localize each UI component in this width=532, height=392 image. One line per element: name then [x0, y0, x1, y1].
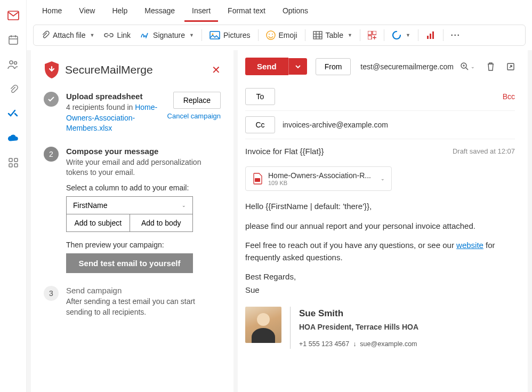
attachment-name: Home-Owners-Association-R... [268, 171, 371, 180]
subject-field[interactable]: Invoice for Flat {{Flat}} [245, 147, 324, 156]
tab-home[interactable]: Home [35, 1, 69, 21]
tab-view[interactable]: View [71, 1, 102, 21]
step-3-title: Send campaign [66, 286, 221, 295]
svg-rect-24 [427, 36, 429, 39]
svg-rect-23 [368, 36, 372, 39]
content-row: SecureMailMerge ✕ Upload spreadsheet 4 r… [27, 50, 532, 392]
column-select[interactable]: FirstName ⌄ [66, 196, 193, 214]
table-icon [313, 31, 323, 39]
svg-rect-8 [14, 158, 18, 162]
tab-message[interactable]: Message [137, 1, 182, 21]
emoji-button[interactable]: Emoji [262, 28, 302, 42]
loop-button[interactable]: ▼ [388, 28, 415, 42]
apps-button[interactable] [364, 29, 381, 42]
tab-insert[interactable]: Insert [184, 1, 218, 22]
cc-field[interactable]: invoices-archive@example.com [283, 121, 515, 129]
popout-icon[interactable] [506, 62, 515, 71]
ellipsis-icon: ··· [451, 31, 461, 39]
step-2-badge: 2 [44, 147, 59, 162]
link-button[interactable]: Link [100, 29, 135, 42]
body-regards: Best Regards, [245, 271, 515, 283]
add-to-subject-button[interactable]: Add to subject [66, 214, 130, 232]
left-navigation-rail [0, 0, 27, 392]
email-body[interactable]: Hello {{FirstName | default: 'there'}}, … [245, 201, 515, 349]
svg-point-5 [10, 61, 13, 64]
emoji-label: Emoji [279, 31, 297, 39]
signature-name: Sue Smith [299, 307, 418, 321]
svg-rect-25 [430, 34, 431, 39]
website-link[interactable]: website [456, 241, 483, 250]
select-column-label: Select a column to add to your email: [66, 183, 221, 192]
people-icon[interactable] [7, 59, 19, 70]
svg-point-6 [14, 62, 17, 65]
signature-role: HOA President, Terrace Hills HOA [299, 322, 418, 333]
svg-rect-16 [313, 31, 322, 39]
menu-tabs: Home View Help Message Insert Format tex… [27, 0, 532, 22]
column-select-value: FirstName [73, 201, 108, 210]
chevron-down-icon: ▼ [189, 33, 194, 38]
table-label: Table [326, 31, 343, 39]
send-test-button[interactable]: Send test email to yourself [66, 253, 193, 273]
poll-icon [426, 30, 436, 40]
trash-icon[interactable] [487, 62, 495, 71]
replace-button[interactable]: Replace [173, 92, 221, 109]
add-to-body-button[interactable]: Add to body [130, 214, 194, 232]
signature-label: Signature [153, 31, 185, 39]
step-1: Upload spreadsheet 4 recipients found in… [44, 92, 221, 134]
body-greeting: Hello {{FirstName | default: 'there'}}, [245, 201, 515, 213]
step-1-badge-check-icon [44, 92, 59, 107]
svg-rect-22 [373, 31, 376, 35]
chevron-down-icon[interactable]: ⌄ [381, 176, 385, 181]
link-label: Link [117, 31, 131, 39]
tab-help[interactable]: Help [104, 1, 135, 21]
body-p1: please find our annual report and your p… [245, 220, 515, 233]
cc-button[interactable]: Cc [245, 116, 275, 133]
attachment-icon[interactable] [7, 83, 19, 95]
close-icon[interactable]: ✕ [212, 63, 221, 76]
step-2: 2 Compose your message Write your email … [44, 147, 221, 273]
signature-contact: +1 555 123 4567 ↓ sue@example.com [299, 339, 418, 349]
more-button[interactable]: ··· [447, 29, 465, 42]
onedrive-icon[interactable] [7, 132, 19, 144]
cancel-campaign-link[interactable]: Cancel campaign [167, 112, 221, 120]
zoom-icon[interactable]: ⌄ [461, 62, 475, 71]
body-sender-name: Sue [245, 284, 515, 297]
avatar [245, 307, 281, 343]
svg-line-28 [466, 68, 468, 70]
step-3-badge: 3 [44, 286, 59, 301]
addin-title-text: SecureMailMerge [65, 63, 153, 76]
signature-block: Sue Smith HOA President, Terrace Hills H… [245, 307, 515, 349]
table-button[interactable]: Table ▼ [309, 29, 357, 42]
paperclip-icon [41, 30, 50, 40]
loop-icon [392, 30, 401, 40]
chevron-down-icon: ▼ [90, 33, 94, 38]
send-dropdown[interactable] [288, 58, 307, 75]
svg-rect-30 [255, 178, 260, 182]
send-button[interactable]: Send [245, 58, 288, 75]
from-button[interactable]: From [316, 58, 351, 75]
chevron-down-icon [295, 65, 301, 69]
attachment-chip[interactable]: Home-Owners-Association-R... 109 KB ⌄ [245, 166, 392, 191]
svg-rect-7 [9, 158, 12, 162]
svg-rect-10 [14, 164, 18, 167]
tab-format-text[interactable]: Format text [220, 1, 273, 21]
svg-rect-9 [9, 164, 12, 167]
signature-button[interactable]: Signature ▼ [136, 29, 198, 42]
attach-file-button[interactable]: Attach file ▼ [37, 28, 99, 42]
tab-options[interactable]: Options [275, 1, 316, 21]
bcc-link[interactable]: Bcc [503, 92, 515, 101]
apps-icon[interactable] [7, 157, 19, 169]
step-2-desc: Write your email and add personalization… [66, 157, 221, 178]
step-2-title: Compose your message [66, 147, 221, 156]
todo-icon[interactable] [7, 108, 19, 119]
calendar-icon[interactable] [7, 34, 19, 46]
poll-button[interactable] [422, 28, 440, 42]
svg-rect-26 [432, 31, 434, 39]
apps-grid-icon [368, 31, 376, 39]
to-button[interactable]: To [245, 88, 275, 105]
preview-campaign-label: Then preview your campaign: [66, 241, 221, 249]
pictures-button[interactable]: Pictures [205, 29, 255, 42]
attachment-size: 109 KB [268, 180, 371, 186]
mail-icon[interactable] [7, 10, 19, 21]
from-email: test@securemailmerge.com [356, 62, 455, 71]
